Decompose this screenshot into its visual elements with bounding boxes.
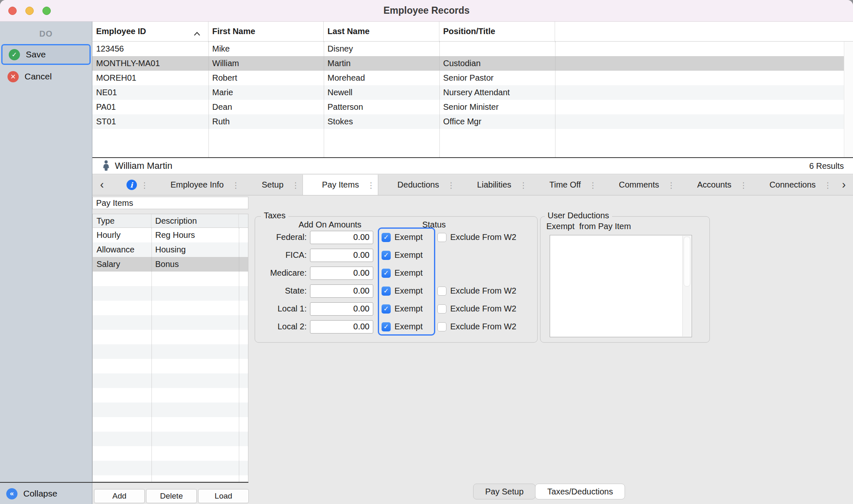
cell-description: Reg Hours (151, 228, 239, 242)
table-row[interactable]: ST01 Ruth Stokes Office Mgr (92, 114, 853, 129)
exempt-checkbox[interactable] (382, 322, 391, 331)
detail-tab[interactable]: Comments ⋮ (600, 175, 678, 195)
exempt-checkbox[interactable] (382, 269, 391, 278)
column-header-description[interactable]: Description (151, 214, 239, 227)
employee-list-scrollbar[interactable] (844, 42, 853, 157)
pay-items-action-button[interactable]: Add (94, 489, 145, 503)
scrollbar-thumb[interactable] (684, 237, 690, 287)
grip-icon: ⋮ (141, 180, 149, 190)
column-header-last-name[interactable]: Last Name (324, 22, 439, 41)
detail-tab[interactable]: Employee Info ⋮ (151, 175, 243, 195)
table-row[interactable]: MOREH01 Robert Morehead Senior Pastor (92, 71, 853, 85)
window-title: Employee Records (383, 5, 469, 16)
zoom-window-button[interactable] (42, 7, 51, 15)
detail-tabbar: ‹ i ⋮ Employee Info ⋮ Setup ⋮ Pay Items … (92, 175, 853, 195)
exempt-label: Exempt (394, 268, 423, 278)
user-deductions-title: User Deductions (545, 211, 612, 220)
column-header-type[interactable]: Type (93, 214, 151, 227)
cell-last-name: Disney (324, 42, 439, 56)
column-header-empty (555, 22, 853, 41)
titlebar: Employee Records (0, 0, 853, 22)
cell-first-name: William (208, 56, 324, 71)
cell-empty (239, 242, 248, 257)
add-on-amount-input[interactable] (310, 284, 373, 298)
tax-row: FICA: Exempt Exclude From W2 (259, 246, 533, 264)
add-on-amount-input[interactable] (310, 267, 373, 280)
exclude-w2-checkbox[interactable] (437, 233, 446, 242)
cell-last-name: Patterson (324, 100, 439, 114)
grip-icon: ⋮ (232, 180, 240, 190)
list-item[interactable]: Salary Bonus (93, 257, 248, 272)
detail-tab[interactable]: Time Off ⋮ (531, 175, 600, 195)
cancel-button[interactable]: ✕ Cancel (1, 66, 91, 87)
pay-items-action-button[interactable]: Delete (146, 489, 197, 503)
add-on-amount-input[interactable] (310, 231, 373, 244)
list-item[interactable]: Allowance Housing (93, 242, 248, 257)
table-row[interactable]: PA01 Dean Patterson Senior Minister (92, 100, 853, 114)
bottom-tab[interactable]: Pay Setup (473, 484, 536, 499)
exclude-w2-checkbox[interactable] (437, 304, 446, 314)
list-item[interactable]: Hourly Reg Hours (93, 228, 248, 242)
exempt-label: Exempt (394, 322, 423, 331)
cell-type: Hourly (93, 228, 151, 242)
exempt-cell: Exempt (382, 322, 431, 331)
bottom-tab[interactable]: Taxes/Deductions (535, 484, 625, 499)
detail-tab[interactable]: Liabilities ⋮ (458, 175, 531, 195)
tab-label: Liabilities (477, 180, 511, 190)
add-on-amount-input[interactable] (310, 302, 373, 316)
add-on-amount-input[interactable] (310, 249, 373, 262)
save-button[interactable]: ✓ Save (1, 44, 91, 65)
column-header-empty (239, 214, 248, 227)
exempt-checkbox[interactable] (382, 287, 391, 296)
detail-tab[interactable]: Pay Items ⋮ (303, 175, 378, 195)
info-tab[interactable]: i ⋮ (112, 175, 151, 195)
grip-icon: ⋮ (447, 180, 455, 190)
exclude-w2-label: Exclude From W2 (450, 286, 516, 296)
table-row[interactable]: 123456 Mike Disney (92, 42, 853, 56)
cell-last-name: Martin (324, 56, 439, 71)
tab-label: Employee Info (171, 180, 224, 190)
tax-name-label: State: (259, 286, 307, 296)
tab-label: Comments (619, 180, 659, 190)
exclude-w2-checkbox[interactable] (437, 287, 446, 296)
user-deductions-listbox[interactable] (550, 235, 692, 337)
listbox-scrollbar[interactable] (682, 236, 691, 336)
column-header-first-name[interactable]: First Name (208, 22, 324, 41)
pay-items-header: Type Description (93, 214, 248, 228)
close-window-button[interactable] (8, 7, 17, 15)
column-header-position[interactable]: Position/Title (439, 22, 555, 41)
add-on-amount-input[interactable] (310, 320, 373, 334)
pay-items-table: Type Description Hourly Reg Hours Allowa… (92, 214, 248, 482)
exclude-w2-label: Exclude From W2 (450, 322, 516, 331)
detail-tab[interactable]: Accounts ⋮ (678, 175, 751, 195)
table-row[interactable]: NE01 Marie Newell Nursery Attendant (92, 85, 853, 100)
tabs-scroll-left-button[interactable]: ‹ (92, 175, 112, 195)
detail-tab[interactable]: Setup ⋮ (243, 175, 303, 195)
section-divider (0, 482, 248, 483)
cancel-label: Cancel (25, 72, 52, 82)
column-header-employee-id[interactable]: Employee ID (92, 22, 208, 41)
bottom-tabs: Pay Setup Taxes/Deductions (473, 484, 625, 499)
exempt-checkbox[interactable] (382, 304, 391, 314)
tab-label: Connections (769, 180, 816, 190)
cell-first-name: Mike (208, 42, 324, 56)
pay-items-action-button[interactable]: Load (198, 489, 249, 503)
cell-type: Salary (93, 257, 151, 272)
collapse-label: Collapse (23, 489, 57, 499)
do-sidebar: DO ✓ Save ✕ Cancel « Collapse (0, 22, 92, 504)
tabs-scroll-right-button[interactable]: › (835, 175, 853, 195)
exempt-checkbox[interactable] (382, 233, 391, 242)
exempt-checkbox[interactable] (382, 251, 391, 260)
minimize-window-button[interactable] (25, 7, 34, 15)
exclude-w2-checkbox[interactable] (437, 322, 446, 331)
cell-last-name: Stokes (324, 114, 439, 129)
cell-position: Custodian (439, 56, 555, 71)
save-label: Save (26, 49, 46, 59)
exempt-label: Exempt (394, 232, 423, 242)
cell-employee-id: 123456 (92, 42, 208, 56)
detail-tab[interactable]: Deductions ⋮ (378, 175, 458, 195)
exempt-cell: Exempt (382, 250, 431, 260)
table-row[interactable]: MONTHLY-MA01 William Martin Custodian (92, 56, 853, 71)
collapse-button[interactable]: « Collapse (0, 483, 92, 504)
detail-tab[interactable]: Connections ⋮ (750, 175, 835, 195)
